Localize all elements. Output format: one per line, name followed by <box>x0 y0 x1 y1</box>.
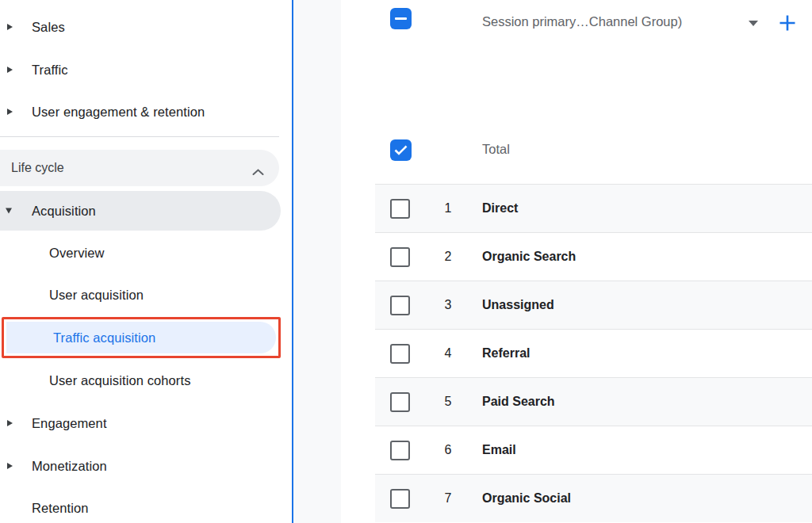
collapse-arrow-icon <box>6 208 12 214</box>
add-dimension-button[interactable] <box>777 13 798 33</box>
nav-item-sales[interactable]: Sales <box>0 10 292 44</box>
nav-item-label: Monetization <box>32 459 107 474</box>
nav-item-acquisition[interactable]: Acquisition <box>0 191 281 231</box>
row-number: 1 <box>439 201 458 216</box>
channel-name: Referral <box>482 346 530 361</box>
chevron-up-icon <box>251 165 265 179</box>
expand-arrow-icon <box>7 67 13 73</box>
nav-item-label: Acquisition <box>32 204 96 219</box>
table-row: 6 Email <box>375 426 812 474</box>
nav-item-label: User acquisition cohorts <box>49 373 190 388</box>
row-number: 5 <box>439 395 458 409</box>
nav-item-traffic-acquisition[interactable]: Traffic acquisition <box>6 322 276 353</box>
nav-item-label: User engagement & retention <box>32 105 205 120</box>
nav-item-user-engagement-retention[interactable]: User engagement & retention <box>0 94 292 129</box>
table-row: 3 Unassigned <box>375 281 812 329</box>
nav-section-label: Life cycle <box>11 161 64 175</box>
row-checkbox[interactable] <box>390 296 410 315</box>
nav-item-label: Traffic <box>32 63 68 78</box>
row-number: 4 <box>439 346 458 361</box>
total-row-label: Total <box>482 142 510 157</box>
channel-name: Email <box>482 443 516 457</box>
row-checkbox[interactable] <box>390 392 410 412</box>
channel-name: Paid Search <box>482 395 555 409</box>
row-checkbox[interactable] <box>390 199 410 219</box>
dropdown-caret-icon[interactable] <box>749 21 758 26</box>
channel-name: Unassigned <box>482 298 554 312</box>
total-row-checkbox[interactable] <box>390 139 412 161</box>
table-row: 7 Organic Social <box>375 474 812 522</box>
select-all-checkbox[interactable] <box>390 8 412 29</box>
expand-arrow-icon <box>7 420 13 426</box>
nav-item-monetization[interactable]: Monetization <box>0 449 292 483</box>
row-checkbox[interactable] <box>390 489 410 509</box>
channel-name: Organic Search <box>482 250 576 264</box>
row-checkbox[interactable] <box>390 441 410 460</box>
nav-item-label: Engagement <box>32 416 107 431</box>
table-row: 1 Direct <box>375 184 812 232</box>
table-row: 2 Organic Search <box>375 232 812 281</box>
channel-name: Direct <box>482 201 518 216</box>
checkmark-icon <box>394 145 408 155</box>
sidebar-edge-rail <box>292 0 293 523</box>
row-number: 7 <box>439 491 458 506</box>
row-number: 3 <box>439 298 458 312</box>
nav-item-traffic[interactable]: Traffic <box>0 52 292 87</box>
nav-item-label: User acquisition <box>49 288 144 303</box>
expand-arrow-icon <box>7 463 13 469</box>
nav-item-overview[interactable]: Overview <box>0 235 292 270</box>
nav-item-label: Retention <box>32 501 89 516</box>
report-nav-sidebar: Sales Traffic User engagement & retentio… <box>0 0 292 523</box>
nav-item-label: Overview <box>49 246 105 261</box>
indeterminate-minus-icon <box>395 17 407 21</box>
nav-item-engagement[interactable]: Engagement <box>0 406 292 441</box>
row-checkbox[interactable] <box>390 247 410 267</box>
nav-item-user-acquisition-cohorts[interactable]: User acquisition cohorts <box>0 363 292 398</box>
channel-name: Organic Social <box>482 491 571 506</box>
nav-item-label: Traffic acquisition <box>53 330 155 345</box>
channel-table: 1 Direct 2 Organic Search 3 Unassigned 4… <box>375 184 812 523</box>
table-row: 4 Referral <box>375 329 812 377</box>
annotation-highlight-box: Traffic acquisition <box>2 317 281 358</box>
table-row: 5 Paid Search <box>375 377 812 426</box>
expand-arrow-icon <box>7 24 13 30</box>
nav-item-label: Sales <box>32 20 65 35</box>
row-number: 2 <box>439 250 458 264</box>
row-number: 6 <box>439 443 458 457</box>
nav-section-life-cycle[interactable]: Life cycle <box>0 150 279 186</box>
dimension-column-header[interactable]: Session primary…Channel Group) <box>482 14 682 29</box>
row-checkbox[interactable] <box>390 344 410 364</box>
expand-arrow-icon <box>7 109 13 115</box>
nav-item-user-acquisition[interactable]: User acquisition <box>0 277 292 312</box>
report-table-card: Session primary…Channel Group) Total 1 D… <box>341 0 812 523</box>
nav-divider <box>0 136 279 137</box>
nav-item-retention[interactable]: Retention <box>0 491 292 523</box>
